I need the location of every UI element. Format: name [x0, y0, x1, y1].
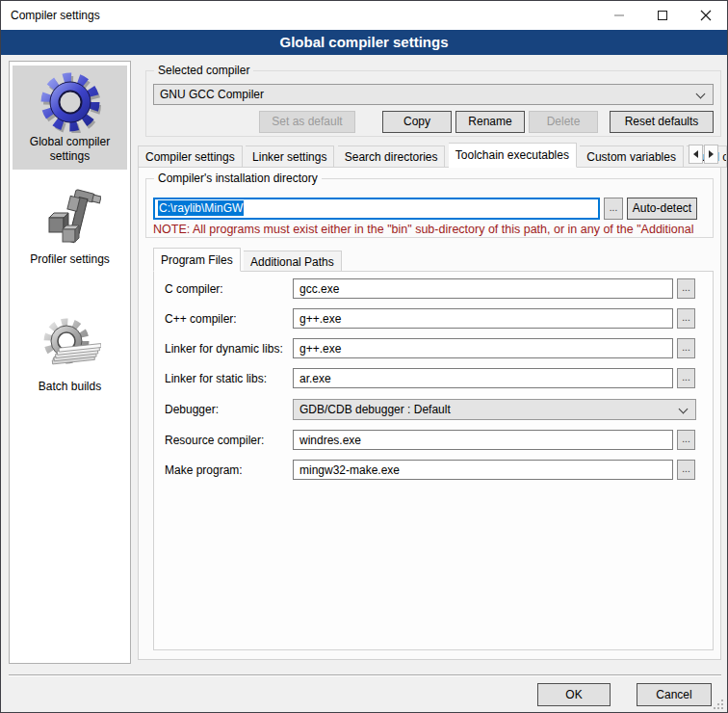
tab-compiler-settings[interactable]: Compiler settings — [138, 145, 243, 168]
tab-linker-settings[interactable]: Linker settings — [246, 145, 334, 168]
c-compiler-input[interactable] — [293, 278, 673, 299]
sidebar-item-global-compiler-settings[interactable]: Global compiler settings — [13, 66, 127, 170]
compiler-settings-dialog: Compiler settings Global compiler settin… — [0, 0, 728, 713]
maximize-button[interactable] — [640, 1, 684, 30]
tab-toolchain-executables[interactable]: Toolchain executables — [449, 143, 577, 168]
program-files-tabstrip: Program Files Additional Paths — [153, 248, 342, 272]
debugger-select[interactable]: GDB/CDB debugger : Default — [293, 399, 696, 420]
dialog-header: Global compiler settings — [1, 30, 727, 55]
settings-sidebar: Global compiler settings Profiler settin… — [9, 61, 131, 664]
gear-batch-icon — [39, 316, 101, 378]
auto-detect-button[interactable]: Auto-detect — [627, 198, 697, 220]
c-compiler-label: C compiler: — [165, 278, 223, 300]
resource-compiler-label: Resource compiler: — [165, 430, 264, 451]
linker-dynamic-input[interactable] — [293, 338, 673, 358]
linker-static-browse-button[interactable]: ... — [677, 368, 695, 388]
installation-directory-input[interactable]: C:\raylib\MinGW — [153, 198, 600, 220]
title-bar: Compiler settings — [1, 1, 727, 30]
sidebar-item-label: Profiler settings — [13, 252, 127, 273]
debugger-select-value: GDB/CDB debugger : Default — [299, 403, 451, 416]
linker-static-label: Linker for static libs: — [165, 368, 267, 389]
sidebar-item-label: Global compiler settings — [13, 135, 127, 170]
resource-compiler-browse-button[interactable]: ... — [677, 430, 695, 450]
cpp-compiler-browse-button[interactable]: ... — [677, 308, 695, 329]
compiler-select[interactable]: GNU GCC Compiler — [153, 84, 714, 105]
installation-directory-legend: Compiler's installation directory — [154, 172, 322, 185]
installation-directory-browse-button[interactable]: ... — [604, 198, 623, 220]
copy-button[interactable]: Copy — [382, 111, 452, 133]
selected-compiler-legend: Selected compiler — [154, 64, 253, 77]
sidebar-item-batch-builds[interactable]: Batch builds — [13, 310, 127, 400]
make-program-input[interactable] — [293, 460, 673, 480]
chevron-down-icon — [696, 90, 706, 99]
ok-button[interactable]: OK — [537, 683, 611, 706]
cancel-button[interactable]: Cancel — [637, 683, 712, 706]
make-program-browse-button[interactable]: ... — [677, 460, 695, 480]
linker-dynamic-label: Linker for dynamic libs: — [165, 338, 283, 359]
arrow-left-icon — [693, 150, 698, 158]
close-icon — [700, 10, 712, 21]
tab-scroll-left-button[interactable] — [689, 145, 703, 164]
maximize-icon — [658, 11, 667, 20]
resize-grip[interactable] — [714, 699, 724, 709]
linker-static-input[interactable] — [293, 368, 673, 388]
minimize-button[interactable] — [597, 1, 640, 30]
window-title: Compiler settings — [1, 9, 597, 22]
delete-button[interactable]: Delete — [529, 111, 598, 133]
tab-program-files[interactable]: Program Files — [153, 248, 241, 272]
installation-directory-value: C:\raylib\MinGW — [158, 200, 244, 216]
sidebar-item-label: Batch builds — [13, 380, 127, 400]
reset-defaults-button[interactable]: Reset defaults — [610, 111, 714, 133]
minimize-icon — [614, 14, 624, 16]
resource-compiler-input[interactable] — [293, 430, 673, 450]
tab-search-directories[interactable]: Search directories — [338, 145, 446, 168]
tab-scroll-right-button[interactable] — [704, 145, 718, 164]
chevron-down-icon — [679, 405, 689, 414]
arrow-right-icon — [709, 150, 714, 158]
cpp-compiler-label: C++ compiler: — [165, 308, 237, 330]
compiler-select-value: GNU GCC Compiler — [160, 88, 264, 101]
debugger-label: Debugger: — [165, 399, 219, 420]
caliper-icon — [39, 189, 101, 251]
c-compiler-browse-button[interactable]: ... — [677, 278, 695, 299]
footer-divider — [9, 674, 721, 676]
close-button[interactable] — [684, 1, 727, 30]
settings-tabstrip: Compiler settings Linker settings Search… — [138, 143, 727, 168]
tab-custom-variables[interactable]: Custom variables — [580, 145, 684, 168]
rename-button[interactable]: Rename — [455, 111, 525, 133]
bin-note: NOTE: All programs must exist either in … — [153, 223, 715, 236]
gear-blue-icon — [39, 71, 101, 133]
set-as-default-button[interactable]: Set as default — [259, 111, 355, 133]
cpp-compiler-input[interactable] — [293, 308, 673, 329]
sidebar-item-profiler-settings[interactable]: Profiler settings — [13, 183, 127, 273]
linker-dynamic-browse-button[interactable]: ... — [677, 338, 695, 358]
make-program-label: Make program: — [165, 460, 243, 481]
tab-additional-paths[interactable]: Additional Paths — [244, 251, 342, 272]
